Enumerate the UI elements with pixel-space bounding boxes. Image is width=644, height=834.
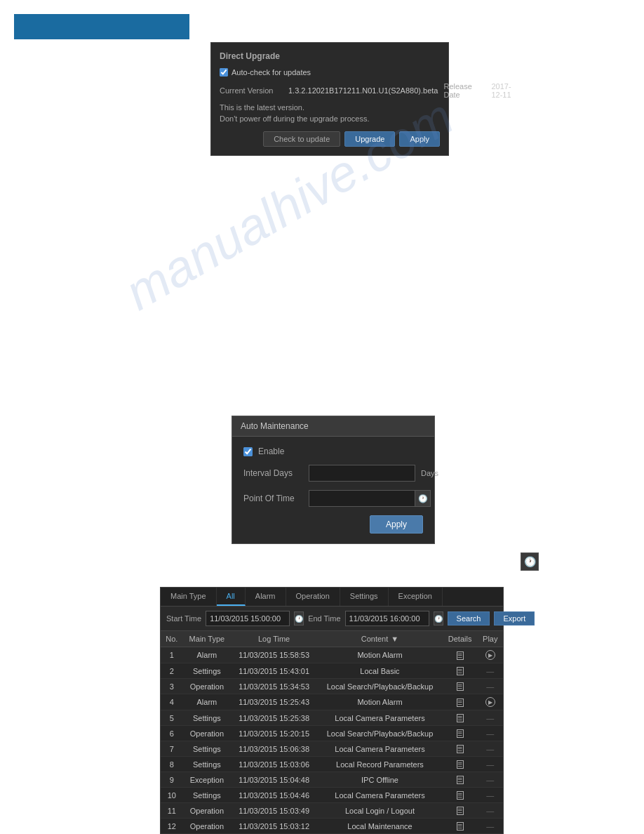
no-play-icon: —: [486, 667, 494, 675]
enable-row: Enable: [243, 446, 423, 456]
tab-settings[interactable]: Settings: [340, 588, 389, 606]
auto-check-row: Auto-check for updates: [220, 68, 440, 77]
cell-play[interactable]: —: [478, 679, 503, 694]
cell-play[interactable]: —: [478, 772, 503, 788]
upgrade-button[interactable]: Upgrade: [344, 131, 395, 147]
col-details: Details: [443, 631, 478, 647]
detail-doc-icon[interactable]: ☰: [457, 760, 464, 769]
log-table: No. Main Type Log Time Content ▼ Details…: [161, 631, 503, 834]
log-section: Main Type All Alarm Operation Settings E…: [160, 587, 504, 834]
play-circle-icon[interactable]: ▶: [485, 697, 495, 707]
current-version-value: 1.3.2.12021B171211.N01.U1(S2A880).beta: [288, 86, 438, 95]
cell-main-type: Settings: [183, 741, 231, 757]
detail-doc-icon[interactable]: ☰: [457, 822, 464, 830]
cell-log-time: 11/03/2015 15:06:38: [231, 741, 317, 757]
cell-log-time: 11/03/2015 15:20:15: [231, 726, 317, 741]
col-no: No.: [161, 631, 183, 647]
cell-main-type: Exception: [183, 772, 231, 788]
table-row: 4 Alarm 11/03/2015 15:25:43 Motion Alarm…: [161, 694, 503, 710]
cell-play[interactable]: —: [478, 757, 503, 772]
cell-details[interactable]: ☰: [443, 757, 478, 772]
cell-details[interactable]: ☰: [443, 788, 478, 803]
cell-details[interactable]: ☰: [443, 772, 478, 788]
tab-main-type[interactable]: Main Type: [161, 588, 217, 606]
tab-all[interactable]: All: [217, 588, 246, 606]
standalone-clock-icon[interactable]: 🕐: [521, 552, 539, 571]
enable-checkbox[interactable]: [243, 447, 253, 456]
cell-log-time: 11/03/2015 15:03:06: [231, 757, 317, 772]
start-time-input[interactable]: [206, 611, 290, 626]
tab-exception[interactable]: Exception: [389, 588, 443, 606]
time-clock-icon[interactable]: 🕐: [415, 491, 430, 506]
warning-text: Don't power off during the upgrade proce…: [220, 114, 440, 123]
interval-days-input[interactable]: 10: [309, 465, 415, 482]
cell-details[interactable]: ☰: [443, 741, 478, 757]
search-button[interactable]: Search: [448, 611, 490, 626]
tab-operation[interactable]: Operation: [286, 588, 340, 606]
check-update-button[interactable]: Check to update: [263, 131, 340, 147]
time-input[interactable]: 23 : 59: [309, 492, 415, 505]
cell-play[interactable]: —: [478, 819, 503, 834]
detail-doc-icon[interactable]: ☰: [457, 699, 464, 707]
cell-play[interactable]: —: [478, 726, 503, 741]
table-row: 5 Settings 11/03/2015 15:25:38 Local Cam…: [161, 710, 503, 726]
cell-no: 10: [161, 788, 183, 803]
detail-doc-icon[interactable]: ☰: [457, 682, 464, 691]
cell-no: 4: [161, 694, 183, 710]
cell-details[interactable]: ☰: [443, 663, 478, 679]
cell-details[interactable]: ☰: [443, 726, 478, 741]
cell-play[interactable]: ▶: [478, 694, 503, 710]
cell-details[interactable]: ☰: [443, 647, 478, 663]
detail-doc-icon[interactable]: ☰: [457, 714, 464, 722]
cell-content: Motion Alarm: [317, 694, 443, 710]
end-time-clock-icon[interactable]: 🕐: [434, 611, 443, 626]
cell-log-time: 11/03/2015 15:04:48: [231, 772, 317, 788]
play-circle-icon[interactable]: ▶: [485, 650, 495, 660]
cell-play[interactable]: ▶: [478, 647, 503, 663]
detail-doc-icon[interactable]: ☰: [457, 745, 464, 753]
tab-alarm[interactable]: Alarm: [246, 588, 286, 606]
start-time-clock-icon[interactable]: 🕐: [294, 611, 304, 626]
apply-dialog-button[interactable]: Apply: [399, 131, 440, 147]
cell-details[interactable]: ☰: [443, 710, 478, 726]
cell-main-type: Operation: [183, 726, 231, 741]
detail-doc-icon[interactable]: ☰: [457, 651, 464, 660]
cell-details[interactable]: ☰: [443, 819, 478, 834]
cell-play[interactable]: —: [478, 788, 503, 803]
cell-log-time: 11/03/2015 15:25:38: [231, 710, 317, 726]
cell-play[interactable]: —: [478, 663, 503, 679]
log-tabs: Main Type All Alarm Operation Settings E…: [161, 588, 503, 607]
cell-no: 7: [161, 741, 183, 757]
current-version-label: Current Version: [220, 86, 283, 95]
cell-main-type: Settings: [183, 788, 231, 803]
end-time-input[interactable]: [345, 611, 429, 626]
cell-details[interactable]: ☰: [443, 679, 478, 694]
detail-doc-icon[interactable]: ☰: [457, 791, 464, 800]
cell-play[interactable]: —: [478, 803, 503, 819]
table-row: 12 Operation 11/03/2015 15:03:12 Local M…: [161, 819, 503, 834]
cell-main-type: Settings: [183, 757, 231, 772]
cell-details[interactable]: ☰: [443, 803, 478, 819]
cell-details[interactable]: ☰: [443, 694, 478, 710]
cell-no: 2: [161, 663, 183, 679]
no-play-icon: —: [486, 822, 494, 830]
direct-upgrade-dialog: Direct Upgrade Auto-check for updates Cu…: [210, 42, 449, 156]
apply-maintenance-button[interactable]: Apply: [370, 515, 423, 534]
table-row: 6 Operation 11/03/2015 15:20:15 Local Se…: [161, 726, 503, 741]
cell-play[interactable]: —: [478, 710, 503, 726]
auto-check-checkbox[interactable]: [220, 68, 228, 77]
cell-content: Local Record Parameters: [317, 757, 443, 772]
cell-no: 6: [161, 726, 183, 741]
cell-play[interactable]: —: [478, 741, 503, 757]
cell-no: 9: [161, 772, 183, 788]
cell-content: Local Search/Playback/Backup: [317, 679, 443, 694]
detail-doc-icon[interactable]: ☰: [457, 729, 464, 738]
detail-doc-icon[interactable]: ☰: [457, 776, 464, 784]
export-button[interactable]: Export: [494, 611, 535, 626]
cell-no: 12: [161, 819, 183, 834]
cell-log-time: 11/03/2015 15:04:46: [231, 788, 317, 803]
cell-main-type: Operation: [183, 819, 231, 834]
detail-doc-icon[interactable]: ☰: [457, 667, 464, 675]
detail-doc-icon[interactable]: ☰: [457, 807, 464, 815]
dialog-title: Direct Upgrade: [220, 51, 440, 61]
